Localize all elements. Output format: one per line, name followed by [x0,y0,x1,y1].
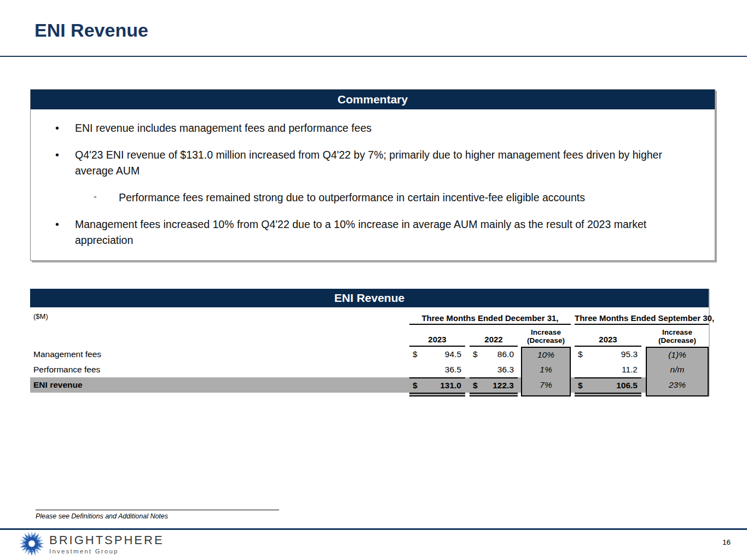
page-number: 16 [722,538,731,546]
table-row-performance-fees: Performance fees 36.5 36.3 1% 11.2 n/m [30,362,709,377]
bullet-text: Performance fees remained strong due to … [119,190,585,206]
cell-increase-dec: 1% [521,362,571,377]
cell-value: 11.2 [622,365,638,375]
increase-label: Increase [646,328,709,337]
cell-increase-sep: 23% [646,377,709,393]
slide: ENI Revenue Commentary • ENI revenue inc… [0,0,747,560]
cell-value: 106.5 [616,381,638,390]
row-label: Performance fees [30,365,409,375]
bullet-text: Q4'23 ENI revenue of $131.0 million incr… [75,147,693,179]
cell-value: 122.3 [493,381,514,390]
increase-label: Increase [521,328,571,337]
footer-divider [0,528,747,530]
col-header-sep-2023: 2023 [575,335,641,347]
cell-dec22: $ 122.3 [470,377,518,393]
title-divider [0,56,747,57]
logo-title: BRIGHTSPHERE [49,533,164,547]
commentary-body: • ENI revenue includes management fees a… [31,109,715,249]
table-column-header-row: 2023 2022 Increase (Decrease) 2023 Incre… [30,325,709,347]
currency-symbol: $ [413,349,418,359]
eni-revenue-table: ENI Revenue ($M) Three Months Ended Dece… [30,289,710,396]
increase-box-bottom [521,393,571,396]
cell-value: 36.5 [445,365,461,375]
bullet-icon: • [55,147,75,179]
cell-dec23: 36.5 [409,362,465,377]
decrease-label: (Decrease) [521,336,571,345]
increase-box-bottom [646,393,709,396]
bullet-item: • Q4'23 ENI revenue of $131.0 million in… [55,147,693,179]
cell-dec22: $ 86.0 [470,347,518,362]
cell-sep23: $ 106.5 [575,377,641,393]
cell-sep23: $ 95.3 [575,347,641,362]
bullet-item: • Management fees increased 10% from Q4'… [55,217,693,249]
double-underline [470,393,518,396]
footnote-text: Please see Definitions and Additional No… [36,512,168,520]
currency-symbol: $ [578,349,583,359]
decrease-label: (Decrease) [646,336,709,345]
cell-dec23: $ 131.0 [409,377,465,393]
bullet-icon: • [55,120,75,137]
table-row-management-fees: Management fees $ 94.5 $ 86.0 10% $ 95.3… [30,347,709,362]
col-header-increase-sep: Increase (Decrease) [646,328,709,347]
cell-dec22: 36.3 [470,362,518,377]
bullet-item: • ENI revenue includes management fees a… [55,120,693,137]
cell-dec23: $ 94.5 [409,347,465,362]
currency-symbol: $ [473,349,478,359]
currency-symbol: $ [413,381,418,390]
group-header-september: Three Months Ended September 30, [575,313,709,325]
cell-increase-dec: 7% [521,377,571,393]
table-total-underline-row [30,393,709,396]
cell-sep23: 11.2 [575,362,641,377]
currency-symbol: $ [578,381,583,390]
brightsphere-starburst-icon [19,531,44,556]
cell-value: 86.0 [497,349,514,359]
cell-value: 95.3 [621,349,638,359]
col-header-dec-2023: 2023 [409,335,465,347]
units-label: ($M) [30,312,409,320]
brightsphere-logo: BRIGHTSPHERE Investment Group [19,531,164,556]
table-row-eni-revenue-total: ENI revenue $ 131.0 $ 122.3 7% $ 106.5 2… [30,377,709,393]
commentary-box: Commentary • ENI revenue includes manage… [30,89,715,261]
col-header-increase-dec: Increase (Decrease) [521,328,571,347]
cell-increase-dec: 10% [521,347,571,362]
group-header-december: Three Months Ended December 31, [409,313,571,325]
double-underline [409,393,465,396]
logo-text-block: BRIGHTSPHERE Investment Group [49,533,164,555]
logo-center-hole [28,540,35,547]
cell-increase-sep: (1)% [646,347,709,362]
bullet-text: Management fees increased 10% from Q4'22… [75,217,693,249]
commentary-header: Commentary [31,90,715,109]
bullet-text: ENI revenue includes management fees and… [75,120,372,137]
table-group-header-row: ($M) Three Months Ended December 31, Thr… [30,307,709,325]
col-header-dec-2022: 2022 [470,335,518,347]
page-title: ENI Revenue [34,20,148,41]
currency-symbol: $ [473,381,478,390]
cell-increase-sep: n/m [646,362,709,377]
double-underline [575,393,641,396]
footnote-divider [36,510,279,510]
row-label: ENI revenue [30,380,409,390]
table-title: ENI Revenue [30,289,709,307]
cell-value: 36.3 [497,365,514,375]
cell-value: 94.5 [445,349,461,359]
sub-bullet-item: ◦ Performance fees remained strong due t… [55,190,693,206]
bullet-icon: • [55,217,75,249]
logo-subtitle: Investment Group [49,548,164,555]
cell-value: 131.0 [440,381,461,390]
sub-bullet-icon: ◦ [94,190,119,206]
row-label: Management fees [30,349,409,359]
